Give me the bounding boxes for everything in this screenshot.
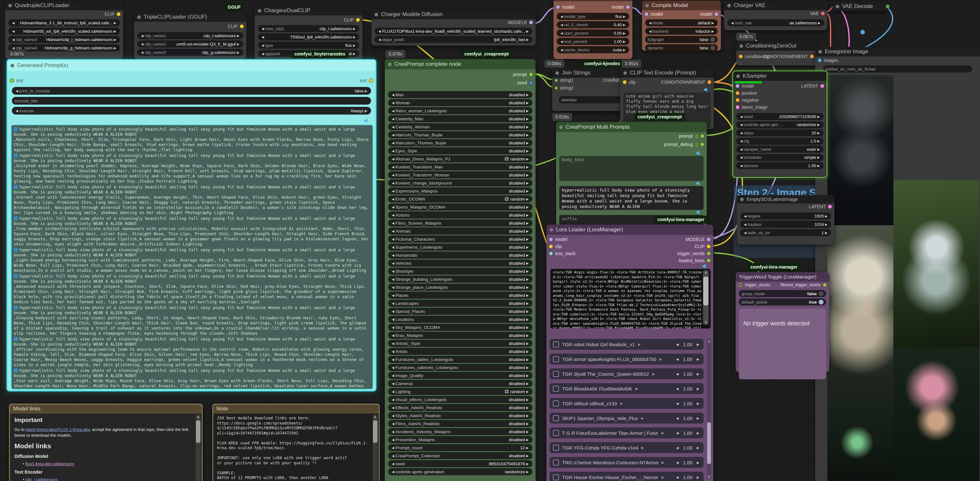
collapse-dot-icon[interactable] [559, 126, 563, 129]
expand-arrow-icon[interactable]: ▶ [662, 431, 664, 435]
node-generated-prompts[interactable]: Generated Prompt(s) text text print_to_c… [6, 59, 377, 392]
left-arrow-icon[interactable] [743, 231, 748, 234]
combo-widget[interactable]: start_percent0.00 [557, 30, 629, 37]
main-text-textarea[interactable]: hyperrealistic full body view photo of a… [559, 186, 703, 210]
collapse-dot-icon[interactable] [727, 4, 731, 7]
scroll-up-icon[interactable]: ∧ [372, 414, 378, 420]
node-title[interactable]: CreaPrompt Multi Prompts [556, 122, 707, 132]
number-widget[interactable]: taille_du_lot1 [740, 229, 831, 236]
collapse-dot-icon[interactable] [740, 44, 743, 48]
node-ksampler[interactable]: KSampler model LATENT positive negative … [732, 71, 827, 178]
right-arrow-icon[interactable] [824, 214, 829, 218]
speaker-icon[interactable] [696, 181, 702, 186]
copy-icon[interactable] [14, 274, 18, 278]
node-lora-loader[interactable]: Lora Loader (LoraManager) model clip lor… [546, 225, 713, 481]
right-arrow-icon[interactable] [824, 231, 829, 234]
model-port-icon[interactable] [556, 5, 560, 9]
node-title[interactable]: CreaPrompt complete node [385, 59, 536, 69]
input-model[interactable]: model [736, 83, 754, 89]
combo-widget[interactable]: seed865310475491876 [388, 460, 532, 467]
scrollbar-thumb[interactable] [373, 420, 377, 443]
text-port-icon[interactable] [10, 79, 14, 83]
model-port-icon[interactable] [644, 12, 648, 16]
seed-port-icon[interactable] [529, 81, 533, 85]
left-arrow-icon[interactable] [739, 148, 744, 151]
combo-widget[interactable]: schedulersimple [736, 154, 824, 161]
lora-checkbox[interactable] [553, 460, 559, 466]
expand-arrow-icon[interactable]: ▶ [659, 357, 662, 361]
combo-widget[interactable]: Accidents_Industry_Malaprisdisabled [388, 428, 532, 435]
left-arrow-icon[interactable] [391, 470, 395, 474]
left-arrow-icon[interactable] [391, 326, 395, 329]
right-arrow-icon[interactable] [816, 139, 821, 143]
prompt-port-icon[interactable] [529, 73, 533, 76]
right-arrow-icon[interactable] [352, 35, 356, 39]
left-arrow-icon[interactable] [743, 214, 748, 218]
left-arrow-icon[interactable] [559, 32, 564, 35]
prompt-port-icon[interactable] [700, 134, 704, 138]
model-port-icon[interactable] [529, 21, 533, 24]
right-arrow-icon[interactable] [525, 165, 530, 169]
node-title[interactable]: Enregistrer Image [815, 47, 980, 56]
right-arrow-icon[interactable] [525, 470, 530, 474]
combo-widget[interactable]: Kontext_Transform_Womandisabled [388, 171, 532, 178]
right-arrow-icon[interactable] [352, 27, 356, 30]
string-port-icon[interactable] [707, 252, 711, 255]
collapse-dot-icon[interactable] [555, 71, 559, 75]
left-arrow-icon[interactable] [391, 229, 395, 233]
right-arrow-icon[interactable] [525, 374, 530, 377]
node-title[interactable]: Model links [10, 405, 202, 413]
node-vae-loader[interactable]: Charger VAE VAE nom_vaeae.safetensors [724, 1, 827, 30]
conditioning-port-icon[interactable] [736, 98, 740, 102]
left-arrow-icon[interactable] [260, 44, 265, 47]
lora-row[interactable]: TRG n7armor Wondrous-Costumes-N7Armor ▶ … [550, 457, 703, 468]
left-arrow-icon[interactable] [391, 390, 395, 393]
right-arrow-icon[interactable] [525, 125, 530, 129]
input-text[interactable]: text [10, 78, 24, 83]
lora-row[interactable]: TGR YFG-Cehda YFG-Cehda-v1e4 ▶ 1.00 [550, 442, 703, 453]
clip-port-icon[interactable] [623, 80, 627, 84]
left-arrow-icon[interactable] [391, 414, 395, 417]
right-arrow-icon[interactable] [816, 123, 821, 126]
combo-widget[interactable]: clip_name3clip_g.safetensors [137, 49, 243, 56]
combo-widget[interactable]: Hidream\llama_3.1_8b_instruct_fp8_scaled… [8, 19, 120, 26]
output-latent[interactable]: LATENT [809, 204, 832, 209]
right-arrow-icon[interactable] [622, 32, 627, 35]
left-arrow-icon[interactable] [739, 123, 744, 126]
right-arrow-icon[interactable] [113, 46, 118, 50]
output-filtered-trigger-words[interactable]: filtered_trigger_words [781, 282, 827, 287]
left-arrow-icon[interactable] [648, 21, 652, 25]
right-arrow-icon[interactable] [525, 414, 530, 417]
lora-row[interactable]: TGR 3lysi8 The_Cosmic_Queen-000012 ▶ 1.0… [550, 368, 703, 379]
left-arrow-icon[interactable] [391, 157, 395, 161]
expand-arrow-icon[interactable]: ▶ [641, 416, 644, 420]
combo-widget[interactable]: print_to_consolefalse [12, 87, 371, 95]
combo-widget[interactable]: T5\t5xxl_fp8_e4m3fn.safetensors [258, 33, 359, 40]
expand-arrow-icon[interactable]: ▶ [662, 475, 664, 479]
scroll-down-icon[interactable]: ∨ [707, 474, 711, 479]
collapse-dot-icon[interactable] [818, 50, 822, 54]
lora-checkbox[interactable] [553, 356, 559, 362]
left-arrow-icon[interactable] [739, 156, 744, 159]
speaker-icon[interactable] [696, 210, 702, 215]
right-arrow-icon[interactable] [236, 34, 240, 38]
node-vae-decode[interactable]: VAE Decode [832, 2, 888, 11]
output-prompt-debug[interactable]: prompt_debug⣿ [664, 142, 704, 147]
string-port-icon[interactable] [555, 87, 558, 89]
right-arrow-icon[interactable] [525, 117, 530, 121]
latent-port-icon[interactable] [736, 105, 740, 109]
right-arrow-icon[interactable] [525, 213, 530, 217]
collapse-dot-icon[interactable] [11, 64, 14, 67]
copy-icon[interactable] [14, 248, 18, 252]
scrollbar-thumb[interactable] [707, 422, 711, 464]
output-model[interactable]: model [611, 5, 630, 10]
left-arrow-icon[interactable] [391, 141, 395, 145]
left-arrow-icon[interactable] [391, 366, 395, 370]
right-arrow-icon[interactable] [525, 366, 530, 370]
node-title[interactable]: EmptySD3LatentImage [737, 195, 834, 204]
output-clip[interactable]: CLIP [344, 18, 360, 22]
input-trigger-words[interactable]: trigger_words [738, 282, 770, 287]
conditioning-port-icon[interactable] [810, 54, 814, 58]
vae-port-icon[interactable] [821, 11, 825, 15]
combo-widget[interactable]: Sports_Malapris_OCOMAdisabled [388, 204, 532, 210]
